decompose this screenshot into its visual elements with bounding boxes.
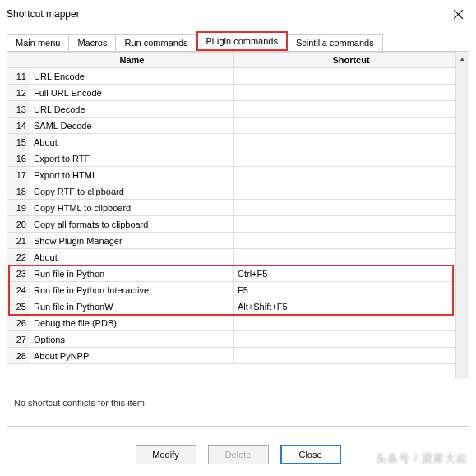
row-name: Options [30, 331, 234, 348]
row-shortcut [234, 315, 469, 331]
table-row[interactable]: 13URL Decode [7, 101, 469, 118]
row-name: Run file in Python Interactive [30, 282, 234, 298]
titlebar: Shortcut mapper [0, 0, 476, 26]
row-name: Run file in Python [30, 266, 234, 282]
row-shortcut [234, 348, 469, 364]
row-index: 28 [7, 348, 30, 364]
shortcut-grid: Name Shortcut 11URL Encode12Full URL Enc… [7, 52, 469, 379]
row-name: About PyNPP [30, 348, 234, 364]
tab-run-commands[interactable]: Run commands [115, 34, 196, 51]
modify-button[interactable]: Modify [136, 445, 196, 464]
col-index-header[interactable] [7, 53, 30, 68]
row-index: 17 [7, 167, 30, 183]
row-name: Debug the file (PDB) [30, 315, 234, 331]
row-name: Copy HTML to clipboard [30, 200, 234, 216]
row-index: 15 [7, 134, 30, 150]
table-row[interactable]: 15About [7, 134, 469, 150]
table-row[interactable]: 26Debug the file (PDB) [7, 315, 469, 331]
table-row[interactable]: 19Copy HTML to clipboard [7, 200, 469, 216]
table-row[interactable]: 25Run file in PythonWAlt+Shift+F5 [7, 298, 469, 315]
row-shortcut [234, 331, 469, 348]
row-name: Export to RTF [30, 150, 234, 167]
row-index: 23 [7, 266, 30, 282]
row-index: 14 [7, 118, 30, 134]
row-shortcut [234, 101, 469, 118]
row-name: About [30, 249, 234, 266]
row-shortcut [234, 85, 469, 101]
row-index: 12 [7, 85, 30, 101]
row-name: Copy all formats to clipboard [30, 216, 234, 233]
table-row[interactable]: 17Export to HTML [7, 167, 469, 183]
row-shortcut: Ctrl+F5 [234, 266, 469, 282]
row-name: Export to HTML [30, 167, 234, 183]
table-row[interactable]: 23Run file in PythonCtrl+F5 [7, 266, 469, 282]
row-index: 25 [7, 298, 30, 315]
table-row[interactable]: 20Copy all formats to clipboard [7, 216, 469, 233]
row-index: 11 [7, 68, 30, 85]
close-button[interactable]: Close [280, 445, 341, 464]
tab-main-menu[interactable]: Main menu [7, 34, 69, 51]
row-name: SAML Decode [30, 118, 234, 134]
row-index: 20 [7, 216, 30, 233]
row-name: Show Plugin Manager [30, 233, 234, 249]
row-index: 13 [7, 101, 30, 118]
window-title: Shortcut mapper [7, 8, 80, 20]
table-row[interactable]: 21Show Plugin Manager [7, 233, 469, 249]
row-name: URL Decode [30, 101, 234, 118]
table-row[interactable]: 28About PyNPP [7, 348, 469, 364]
row-index: 16 [7, 150, 30, 167]
row-index: 22 [7, 249, 30, 266]
row-index: 26 [7, 315, 30, 331]
status-message: No shortcut conflicts for this item. [7, 391, 469, 427]
table-row[interactable]: 22About [7, 249, 469, 266]
row-shortcut [234, 118, 469, 134]
row-index: 27 [7, 331, 30, 348]
col-shortcut-header[interactable]: Shortcut [234, 53, 469, 68]
row-shortcut [234, 134, 469, 150]
row-shortcut: Alt+Shift+F5 [234, 298, 469, 315]
table-row[interactable]: 24Run file in Python InteractiveF5 [7, 282, 469, 298]
row-name: Copy RTF to clipboard [30, 183, 234, 200]
row-shortcut [234, 200, 469, 216]
row-index: 19 [7, 200, 30, 216]
row-shortcut [234, 216, 469, 233]
table-row[interactable]: 11URL Encode [7, 68, 469, 85]
table-row[interactable]: 14SAML Decode [7, 118, 469, 134]
row-shortcut [234, 167, 469, 183]
close-icon[interactable] [446, 5, 469, 23]
row-index: 18 [7, 183, 30, 200]
tab-scintilla-commands[interactable]: Scintilla commands [287, 34, 383, 51]
vertical-scrollbar[interactable]: ▴ [455, 52, 469, 379]
table-row[interactable]: 18Copy RTF to clipboard [7, 183, 469, 200]
row-shortcut [234, 249, 469, 266]
delete-button: Delete [208, 445, 269, 464]
row-shortcut [234, 68, 469, 85]
row-name: Run file in PythonW [30, 298, 234, 315]
button-row: Modify Delete Close [0, 445, 476, 464]
row-name: About [30, 134, 234, 150]
col-name-header[interactable]: Name [30, 53, 234, 68]
tab-macros[interactable]: Macros [68, 34, 116, 51]
row-name: Full URL Encode [30, 85, 234, 101]
table-row[interactable]: 16Export to RTF [7, 150, 469, 167]
row-shortcut [234, 150, 469, 167]
tab-bar: Main menuMacrosRun commandsPlugin comman… [0, 26, 476, 51]
table-row[interactable]: 27Options [7, 331, 469, 348]
row-index: 21 [7, 233, 30, 249]
table-row[interactable]: 12Full URL Encode [7, 85, 469, 101]
row-shortcut: F5 [234, 282, 469, 298]
row-index: 24 [7, 282, 30, 298]
row-shortcut [234, 183, 469, 200]
row-name: URL Encode [30, 68, 234, 85]
row-shortcut [234, 233, 469, 249]
scroll-up-icon[interactable]: ▴ [456, 52, 469, 65]
tab-plugin-commands[interactable]: Plugin commands [196, 31, 288, 51]
